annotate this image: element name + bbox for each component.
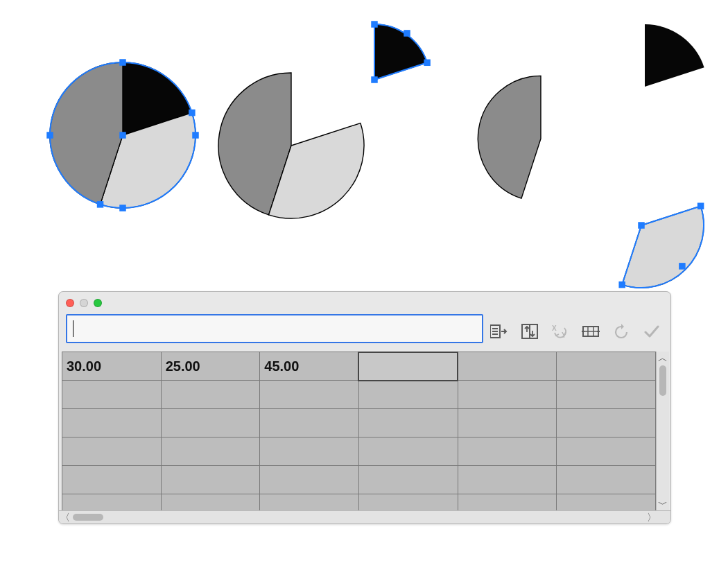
data-cell[interactable] — [260, 494, 359, 511]
data-cell[interactable] — [557, 494, 656, 511]
data-cell[interactable] — [62, 438, 162, 466]
pie-chart-3[interactable] — [465, 14, 721, 291]
pie-3-slice-mid[interactable] — [478, 76, 541, 198]
cell-style-icon[interactable] — [582, 322, 600, 340]
data-cell[interactable] — [62, 466, 162, 494]
graph-data-window: XY 30.0025.0045.00 ︿ ﹀ 〈 — [58, 291, 671, 524]
data-cell[interactable] — [557, 466, 656, 494]
selection-handle[interactable] — [372, 21, 377, 27]
data-cell[interactable] — [358, 352, 458, 381]
selection-handle[interactable] — [679, 263, 685, 269]
data-cell[interactable] — [358, 494, 458, 511]
apply-icon[interactable] — [643, 322, 661, 340]
pie-chart-1[interactable] — [43, 42, 202, 229]
scroll-thumb[interactable] — [659, 365, 666, 396]
selection-handle[interactable] — [372, 77, 377, 83]
data-cell[interactable] — [358, 438, 458, 466]
selection-handle[interactable] — [120, 205, 125, 211]
scroll-up-icon[interactable]: ︿ — [658, 352, 668, 364]
data-cell[interactable] — [557, 438, 656, 466]
scroll-right-icon[interactable]: 〉 — [647, 511, 657, 523]
import-data-icon[interactable] — [490, 322, 508, 340]
pie-3-slice-black[interactable] — [645, 24, 704, 87]
swap-axes-icon[interactable]: XY — [551, 322, 569, 340]
data-cell[interactable] — [557, 352, 656, 381]
horizontal-scrollbar[interactable]: 〈 〉 — [59, 510, 670, 523]
scroll-left-icon[interactable]: 〈 — [60, 511, 70, 523]
data-cell[interactable] — [161, 381, 260, 409]
selection-handle[interactable] — [120, 132, 125, 138]
vertical-scrollbar[interactable]: ︿ ﹀ — [656, 352, 669, 510]
data-cell[interactable] — [161, 409, 260, 438]
selection-handle[interactable] — [424, 60, 430, 65]
scroll-thumb[interactable] — [73, 514, 103, 521]
data-cell[interactable] — [458, 494, 557, 511]
data-cell[interactable] — [161, 466, 260, 494]
zoom-icon[interactable] — [94, 299, 102, 307]
selection-handle[interactable] — [193, 132, 198, 138]
data-cell[interactable] — [458, 438, 557, 466]
data-cell[interactable] — [260, 409, 359, 438]
data-cell[interactable] — [458, 381, 557, 409]
data-cell[interactable] — [260, 438, 359, 466]
data-cell[interactable] — [62, 494, 162, 511]
transpose-icon[interactable] — [521, 322, 539, 340]
data-cell[interactable] — [260, 381, 359, 409]
data-cell[interactable] — [458, 409, 557, 438]
data-cell[interactable] — [358, 381, 458, 409]
cell-value-input[interactable] — [66, 314, 483, 343]
data-grid[interactable]: 30.0025.0045.00 — [62, 352, 656, 510]
selection-handle[interactable] — [619, 282, 625, 288]
data-cell[interactable] — [358, 409, 458, 438]
selection-handle[interactable] — [120, 60, 125, 65]
data-cell[interactable] — [358, 466, 458, 494]
data-cell[interactable] — [557, 381, 656, 409]
text-caret — [73, 320, 73, 337]
data-cell[interactable]: 30.00 — [62, 352, 162, 381]
data-cell[interactable] — [260, 466, 359, 494]
close-icon[interactable] — [66, 299, 74, 307]
data-cell[interactable] — [161, 494, 260, 511]
data-cell[interactable] — [458, 352, 557, 381]
selection-handle[interactable] — [47, 132, 53, 138]
revert-icon[interactable] — [612, 322, 630, 340]
data-cell[interactable] — [62, 409, 162, 438]
minimize-icon[interactable] — [80, 299, 88, 307]
data-table[interactable]: 30.0025.0045.00 — [62, 352, 656, 510]
window-titlebar[interactable] — [59, 292, 670, 310]
svg-text:X: X — [552, 324, 557, 332]
scroll-down-icon[interactable]: ﹀ — [658, 498, 668, 510]
toolbar: XY — [59, 310, 670, 349]
data-cell[interactable] — [62, 381, 162, 409]
data-cell[interactable] — [557, 409, 656, 438]
data-cell[interactable]: 45.00 — [260, 352, 359, 381]
data-cell[interactable] — [161, 438, 260, 466]
data-cell[interactable] — [458, 466, 557, 494]
grid-wrap: 30.0025.0045.00 ︿ ﹀ — [59, 349, 670, 510]
pie-chart-2[interactable] — [208, 21, 458, 243]
canvas-area[interactable] — [0, 0, 728, 284]
selection-handle[interactable] — [404, 31, 410, 36]
data-cell[interactable]: 25.00 — [161, 352, 260, 381]
selection-handle[interactable] — [189, 110, 195, 116]
selection-handle[interactable] — [98, 202, 103, 207]
selection-handle[interactable] — [698, 203, 704, 209]
selection-handle[interactable] — [639, 223, 644, 228]
